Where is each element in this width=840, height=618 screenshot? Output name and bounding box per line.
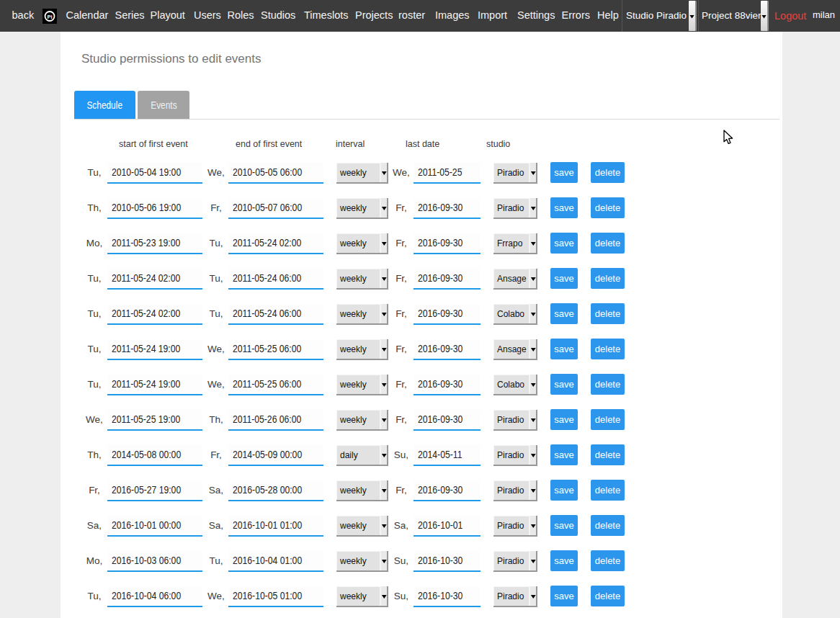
svg-text:Pi: Pi (47, 14, 52, 20)
